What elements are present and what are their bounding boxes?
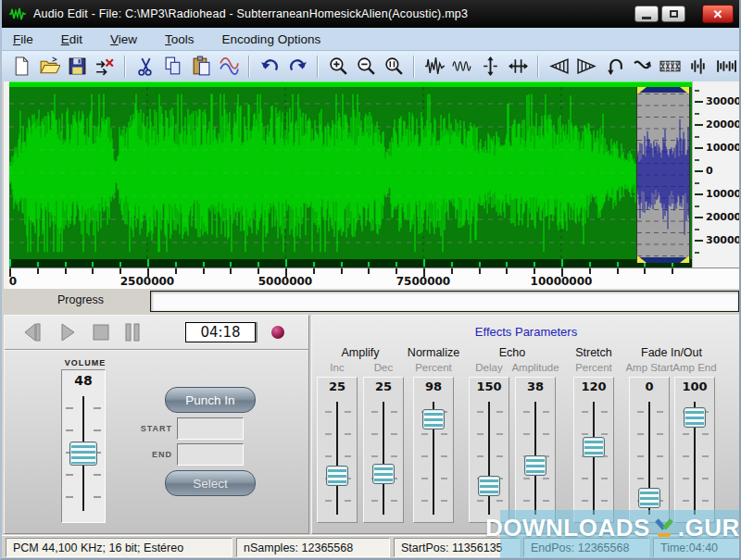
fx-tick — [325, 411, 332, 413]
ruler-label: 2500000 — [120, 275, 174, 288]
previous-button[interactable] — [19, 320, 45, 344]
fx-slider-normalize-percent[interactable]: 98 — [413, 377, 454, 523]
open-file-icon[interactable] — [35, 54, 63, 80]
cut-icon[interactable] — [132, 54, 159, 80]
fx-slider-echo-amplitude[interactable]: 38 — [515, 377, 556, 523]
waveform-canvas[interactable] — [9, 87, 692, 259]
fx-tick — [477, 411, 484, 413]
loop-icon[interactable] — [628, 54, 656, 80]
fade-out-icon[interactable] — [572, 54, 600, 80]
ruler-tick-green — [423, 259, 425, 267]
selection-handle[interactable] — [680, 87, 689, 94]
ruler-tick — [396, 268, 397, 274]
selection-handle[interactable] — [637, 87, 647, 94]
stretch-horizontal-icon[interactable] — [504, 54, 532, 80]
close-button[interactable]: ✕ — [702, 5, 734, 23]
pause-button[interactable] — [119, 320, 145, 344]
menu-item-encoding-options[interactable]: Encoding Options — [208, 32, 335, 46]
ruler-tick-green — [341, 262, 343, 267]
toolbar-separator — [317, 56, 319, 78]
start-field[interactable] — [177, 417, 244, 440]
selection-handle[interactable] — [637, 255, 647, 263]
level-large-icon[interactable] — [711, 54, 739, 80]
zoom-in-icon[interactable] — [324, 54, 352, 80]
menu-item-edit[interactable]: Edit — [47, 32, 96, 46]
ruler-tick-green — [534, 262, 535, 267]
fx-track — [488, 402, 490, 515]
fx-slider-echo-delay[interactable]: 150 — [469, 377, 509, 523]
volume-thumb[interactable] — [69, 442, 97, 466]
new-file-icon[interactable] — [7, 54, 35, 80]
menu-item-file[interactable]: File — [2, 32, 47, 46]
fx-slider-stretch-percent[interactable]: 120 — [573, 377, 614, 523]
close-file-icon[interactable] — [91, 54, 119, 80]
ruler-tick-green — [617, 262, 619, 267]
fx-tick — [371, 500, 378, 502]
axis-minor-tick — [695, 136, 699, 138]
fx-tick — [702, 500, 709, 502]
waveform-view-icon[interactable] — [421, 54, 448, 80]
fx-thumb-echo-delay[interactable] — [478, 476, 500, 496]
fx-value-amplify-inc: 25 — [318, 380, 357, 393]
punch-in-button[interactable]: Punch In — [165, 387, 256, 413]
fx-tick — [371, 411, 378, 413]
fx-slider-amplify-inc[interactable]: 25 — [317, 377, 358, 523]
fx-thumb-fade-amp-start[interactable] — [638, 488, 660, 508]
save-file-icon[interactable] — [63, 54, 91, 80]
play-button[interactable] — [55, 320, 81, 344]
transport-panel: 04:18 VOLUME 48 Punch In START END Selec… — [4, 315, 309, 534]
flip-vertical-icon[interactable] — [476, 54, 504, 80]
fx-thumb-amplify-inc[interactable] — [326, 466, 348, 486]
fx-thumb-fade-amp-end[interactable] — [684, 407, 706, 428]
fx-thumb-echo-amplitude[interactable] — [524, 455, 546, 476]
level-small-icon[interactable] — [684, 54, 711, 80]
fx-tick — [523, 500, 530, 502]
fade-in-icon[interactable] — [545, 54, 572, 80]
stop-button[interactable] — [88, 320, 114, 344]
end-field[interactable] — [177, 443, 244, 466]
status-field-2: StartPos: 11356135 — [394, 538, 520, 557]
select-button[interactable]: Select — [165, 470, 256, 496]
zoom-actual-icon[interactable] — [380, 54, 408, 80]
mix-waves-icon[interactable] — [215, 54, 243, 80]
frames-icon[interactable] — [656, 54, 684, 80]
minimize-button[interactable] — [634, 6, 659, 22]
fx-slider-fade-amp-start[interactable]: 0 — [629, 377, 670, 523]
ruler-tick-green — [479, 262, 481, 267]
copy-icon[interactable] — [159, 54, 187, 80]
axis-minor-tick — [695, 113, 699, 115]
volume-tick — [94, 429, 101, 431]
redo-icon[interactable] — [283, 54, 311, 80]
menu-item-tools[interactable]: Tools — [151, 32, 208, 46]
fx-tick — [702, 433, 709, 435]
volume-label: VOLUME — [60, 358, 110, 367]
fx-thumb-normalize-percent[interactable] — [422, 409, 445, 429]
fx-sublabel-echo-delay: Delay — [475, 362, 502, 373]
effects-panel: Effects Parameters AmplifyNormalizeEchoS… — [311, 315, 741, 534]
status-field-0: PCM 44,100 KHz; 16 bit; Estéreo — [6, 538, 232, 557]
app-window: Audio Edit - File: C:\MP3\Radiohead - Su… — [0, 0, 741, 560]
fx-thumb-stretch-percent[interactable] — [583, 437, 605, 457]
fx-slider-amplify-dec[interactable]: 25 — [363, 377, 404, 523]
ruler-tick — [589, 268, 591, 274]
selection-handle[interactable] — [680, 255, 689, 263]
fx-slider-fade-amp-end[interactable]: 100 — [674, 377, 715, 523]
record-indicator[interactable] — [271, 326, 284, 339]
fx-tick — [325, 455, 332, 457]
menu-item-view[interactable]: View — [96, 32, 151, 46]
waveform-display: 3000020000100000100002000030000 02500000… — [4, 81, 741, 289]
fx-tick — [523, 478, 530, 479]
sample-ruler: 025000005000000750000010000000 — [9, 268, 741, 289]
reverse-icon[interactable] — [600, 54, 628, 80]
sine-view-icon[interactable] — [448, 54, 476, 80]
volume-slider[interactable]: 48 — [61, 369, 106, 523]
ruler-tick-green — [92, 262, 94, 267]
ruler-tick-green — [230, 262, 232, 267]
maximize-button[interactable] — [661, 6, 685, 22]
undo-icon[interactable] — [256, 54, 283, 80]
fx-tick — [477, 433, 484, 435]
fx-thumb-amplify-dec[interactable] — [372, 464, 395, 484]
selection-region[interactable] — [636, 87, 690, 263]
paste-icon[interactable] — [187, 54, 215, 80]
zoom-out-icon[interactable] — [352, 54, 380, 80]
